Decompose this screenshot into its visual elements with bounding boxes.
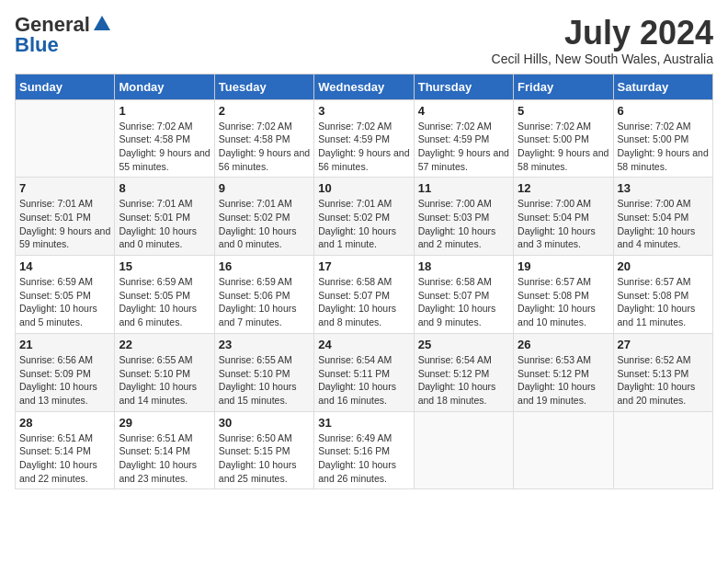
day-number: 23 [219,338,310,351]
day-number: 25 [418,338,509,351]
day-info: Sunrise: 7:02 AMSunset: 5:00 PMDaylight:… [518,120,609,174]
calendar-cell: 10Sunrise: 7:01 AMSunset: 5:02 PMDayligh… [314,178,414,256]
day-number: 15 [119,259,210,273]
month-title: July 2024 [492,15,713,52]
calendar-cell: 13Sunrise: 7:00 AMSunset: 5:04 PMDayligh… [613,178,712,256]
calendar-cell: 24Sunrise: 6:54 AMSunset: 5:11 PMDayligh… [314,333,414,411]
logo: General Blue [15,15,112,55]
day-info: Sunrise: 7:01 AMSunset: 5:01 PMDaylight:… [19,197,110,251]
day-number: 31 [318,416,409,430]
day-info: Sunrise: 6:59 AMSunset: 5:05 PMDaylight:… [119,275,210,329]
day-info: Sunrise: 6:58 AMSunset: 5:07 PMDaylight:… [318,275,409,329]
calendar-cell: 1Sunrise: 7:02 AMSunset: 4:58 PMDaylight… [115,99,214,178]
day-info: Sunrise: 6:54 AMSunset: 5:11 PMDaylight:… [318,353,409,408]
logo-icon [92,14,112,34]
day-number: 13 [618,181,709,195]
calendar-cell: 25Sunrise: 6:54 AMSunset: 5:12 PMDayligh… [414,333,513,411]
calendar-cell: 17Sunrise: 6:58 AMSunset: 5:07 PMDayligh… [314,256,414,334]
day-info: Sunrise: 7:02 AMSunset: 4:59 PMDaylight:… [318,120,409,174]
day-info: Sunrise: 6:51 AMSunset: 5:14 PMDaylight:… [19,431,110,486]
calendar-cell [414,411,513,489]
day-number: 11 [418,181,509,195]
calendar-cell: 20Sunrise: 6:57 AMSunset: 5:08 PMDayligh… [613,256,712,334]
day-number: 7 [19,181,110,195]
day-info: Sunrise: 7:02 AMSunset: 5:00 PMDaylight:… [618,120,709,174]
svg-marker-0 [94,16,110,30]
day-number: 20 [618,259,709,273]
day-info: Sunrise: 6:55 AMSunset: 5:10 PMDaylight:… [119,353,210,408]
day-number: 9 [219,181,310,195]
day-number: 26 [518,338,609,351]
calendar-cell: 8Sunrise: 7:01 AMSunset: 5:01 PMDaylight… [115,178,214,256]
day-number: 24 [318,338,409,351]
day-info: Sunrise: 7:01 AMSunset: 5:01 PMDaylight:… [119,197,210,251]
weekday-header-row: SundayMondayTuesdayWednesdayThursdayFrid… [16,74,713,99]
calendar-week-row: 14Sunrise: 6:59 AMSunset: 5:05 PMDayligh… [16,256,713,334]
calendar-week-row: 1Sunrise: 7:02 AMSunset: 4:58 PMDaylight… [16,99,713,178]
calendar-cell: 9Sunrise: 7:01 AMSunset: 5:02 PMDaylight… [214,178,313,256]
day-info: Sunrise: 7:00 AMSunset: 5:04 PMDaylight:… [518,197,609,251]
day-number: 22 [119,338,210,351]
day-number: 14 [19,259,110,273]
calendar-cell: 22Sunrise: 6:55 AMSunset: 5:10 PMDayligh… [115,333,214,411]
day-info: Sunrise: 6:55 AMSunset: 5:10 PMDaylight:… [219,353,310,408]
calendar-cell: 7Sunrise: 7:01 AMSunset: 5:01 PMDaylight… [16,178,115,256]
calendar-cell: 3Sunrise: 7:02 AMSunset: 4:59 PMDaylight… [314,99,414,178]
day-number: 12 [518,181,609,195]
day-info: Sunrise: 6:59 AMSunset: 5:06 PMDaylight:… [219,275,310,329]
weekday-header: Monday [115,74,214,99]
day-number: 18 [418,259,509,273]
logo-general-text: General [15,15,90,35]
day-number: 29 [119,416,210,430]
weekday-header: Sunday [16,74,115,99]
day-number: 17 [318,259,409,273]
location-title: Cecil Hills, New South Wales, Australia [492,52,713,66]
weekday-header: Saturday [613,74,712,99]
day-info: Sunrise: 7:02 AMSunset: 4:58 PMDaylight:… [119,120,210,174]
calendar-cell: 4Sunrise: 7:02 AMSunset: 4:59 PMDaylight… [414,99,513,178]
day-number: 19 [518,259,609,273]
weekday-header: Friday [514,74,613,99]
calendar-cell: 27Sunrise: 6:52 AMSunset: 5:13 PMDayligh… [613,333,712,411]
calendar-cell: 18Sunrise: 6:58 AMSunset: 5:07 PMDayligh… [414,256,513,334]
day-number: 28 [19,416,110,430]
header: General Blue July 2024 Cecil Hills, New … [15,15,713,66]
calendar-cell: 30Sunrise: 6:50 AMSunset: 5:15 PMDayligh… [214,411,313,489]
calendar-cell: 29Sunrise: 6:51 AMSunset: 5:14 PMDayligh… [115,411,214,489]
day-info: Sunrise: 6:50 AMSunset: 5:15 PMDaylight:… [219,431,310,486]
calendar-cell [613,411,712,489]
calendar-cell: 21Sunrise: 6:56 AMSunset: 5:09 PMDayligh… [16,333,115,411]
title-area: July 2024 Cecil Hills, New South Wales, … [492,15,713,66]
day-info: Sunrise: 7:00 AMSunset: 5:04 PMDaylight:… [618,197,709,251]
day-info: Sunrise: 6:56 AMSunset: 5:09 PMDaylight:… [19,353,110,408]
day-info: Sunrise: 7:02 AMSunset: 4:58 PMDaylight:… [219,120,310,174]
calendar-cell: 11Sunrise: 7:00 AMSunset: 5:03 PMDayligh… [414,178,513,256]
day-info: Sunrise: 6:54 AMSunset: 5:12 PMDaylight:… [418,353,509,408]
day-number: 10 [318,181,409,195]
day-info: Sunrise: 6:49 AMSunset: 5:16 PMDaylight:… [318,431,409,486]
calendar-cell: 5Sunrise: 7:02 AMSunset: 5:00 PMDaylight… [514,99,613,178]
day-info: Sunrise: 6:57 AMSunset: 5:08 PMDaylight:… [518,275,609,329]
calendar-table: SundayMondayTuesdayWednesdayThursdayFrid… [15,74,713,490]
day-info: Sunrise: 6:58 AMSunset: 5:07 PMDaylight:… [418,275,509,329]
day-info: Sunrise: 7:02 AMSunset: 4:59 PMDaylight:… [418,120,509,174]
calendar-cell [16,99,115,178]
calendar-cell: 16Sunrise: 6:59 AMSunset: 5:06 PMDayligh… [214,256,313,334]
day-number: 5 [518,104,609,118]
logo-blue-text: Blue [15,35,59,55]
day-info: Sunrise: 7:00 AMSunset: 5:03 PMDaylight:… [418,197,509,251]
day-info: Sunrise: 7:01 AMSunset: 5:02 PMDaylight:… [219,197,310,251]
day-info: Sunrise: 6:52 AMSunset: 5:13 PMDaylight:… [618,353,709,408]
day-info: Sunrise: 6:59 AMSunset: 5:05 PMDaylight:… [19,275,110,329]
calendar-cell: 12Sunrise: 7:00 AMSunset: 5:04 PMDayligh… [514,178,613,256]
day-number: 1 [119,104,210,118]
calendar-week-row: 21Sunrise: 6:56 AMSunset: 5:09 PMDayligh… [16,333,713,411]
calendar-cell: 6Sunrise: 7:02 AMSunset: 5:00 PMDaylight… [613,99,712,178]
day-number: 30 [219,416,310,430]
weekday-header: Wednesday [314,74,414,99]
day-info: Sunrise: 6:53 AMSunset: 5:12 PMDaylight:… [518,353,609,408]
calendar-cell: 19Sunrise: 6:57 AMSunset: 5:08 PMDayligh… [514,256,613,334]
calendar-cell: 15Sunrise: 6:59 AMSunset: 5:05 PMDayligh… [115,256,214,334]
day-number: 2 [219,104,310,118]
calendar-week-row: 7Sunrise: 7:01 AMSunset: 5:01 PMDaylight… [16,178,713,256]
